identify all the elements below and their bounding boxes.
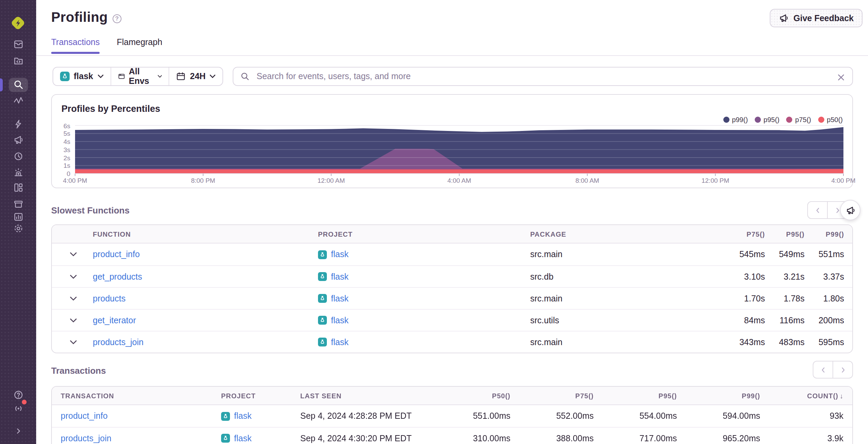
alerts-siren-icon[interactable] (0, 167, 36, 178)
col-package: PACKAGE (530, 230, 725, 238)
y-axis-tick: 6s (63, 122, 70, 129)
project-cell: flask (318, 315, 530, 325)
legend-item[interactable]: p50() (818, 116, 843, 123)
expand-row-chevron-icon[interactable] (52, 339, 93, 345)
project-link[interactable]: flask (331, 250, 348, 259)
table-row: products_join flask Sep 4, 2024 4:30:20 … (52, 427, 852, 444)
y-axis-tick: 2s (63, 154, 70, 161)
project-cell: flask (221, 433, 300, 443)
feedback-megaphone-icon[interactable] (0, 134, 36, 145)
legend-item[interactable]: p95() (755, 116, 780, 123)
p95-value: 116ms (765, 315, 805, 325)
lightning-icon[interactable] (0, 118, 36, 129)
expand-row-chevron-icon[interactable] (52, 296, 93, 301)
p99-value: 594.00ms (677, 411, 760, 421)
environment-filter[interactable]: All Envs (110, 68, 169, 85)
sentry-logo-icon[interactable] (10, 14, 26, 35)
tab-flamegraph[interactable]: Flamegraph (117, 38, 162, 54)
p50-value: 310.00ms (435, 433, 510, 443)
performance-zigzag-icon[interactable] (0, 95, 36, 106)
function-link[interactable]: product_info (93, 250, 140, 259)
project-link[interactable]: flask (331, 272, 348, 281)
y-axis-tick: 5s (63, 131, 70, 137)
slowest-functions-table-header: FUNCTION PROJECT PACKAGE P75() P95() P99… (52, 225, 852, 243)
expand-row-chevron-icon[interactable] (52, 317, 93, 323)
p99-value: 595ms (805, 337, 844, 347)
legend-item[interactable]: p99() (723, 116, 748, 123)
table-row: get_products flask src.db 3.10s 3.21s 3.… (52, 265, 852, 287)
col-count-sort[interactable]: COUNT()↓ (760, 392, 843, 399)
title-help-icon[interactable]: ? (113, 14, 121, 23)
p95-value: 483ms (765, 337, 805, 347)
prev-page-button[interactable] (813, 361, 833, 379)
package-cell: src.db (530, 272, 725, 281)
project-filter[interactable]: flask (53, 68, 110, 85)
transaction-link[interactable]: products_join (61, 433, 112, 443)
p95-value: 549ms (765, 250, 805, 259)
prev-page-button[interactable] (807, 201, 828, 219)
releases-archive-icon[interactable] (0, 198, 36, 209)
p75-value: 552.00ms (510, 411, 594, 421)
help-icon[interactable] (0, 389, 36, 400)
x-axis-tick: 12:00 AM (318, 177, 345, 184)
expand-row-chevron-icon[interactable] (52, 252, 93, 257)
project-link[interactable]: flask (234, 433, 251, 443)
legend-label: p99() (732, 116, 748, 123)
transactions-pagination (813, 361, 853, 379)
function-link[interactable]: products_join (93, 337, 144, 347)
col-p75: P75() (510, 392, 594, 399)
package-cell: src.main (530, 337, 725, 347)
date-range-filter[interactable]: 24H (169, 68, 223, 85)
sort-descending-icon: ↓ (840, 392, 843, 399)
issues-icon[interactable] (0, 39, 36, 50)
search-input[interactable] (255, 71, 833, 82)
function-link[interactable]: get_iterator (93, 315, 136, 325)
col-p50: P50() (435, 392, 510, 399)
last-seen-cell: Sep 4, 2024 4:30:20 PM EDT (300, 433, 435, 443)
function-link[interactable]: products (93, 294, 126, 303)
percentiles-area-chart[interactable] (75, 125, 843, 174)
function-link[interactable]: get_products (93, 272, 142, 281)
chevron-down-icon (97, 74, 103, 78)
whats-new-broadcast-icon[interactable] (0, 403, 36, 414)
clear-search-icon[interactable] (836, 72, 846, 82)
floating-feedback-button[interactable] (840, 200, 860, 220)
col-function: FUNCTION (93, 230, 318, 238)
explore-search-icon[interactable] (0, 79, 36, 90)
settings-gear-icon[interactable] (0, 223, 36, 234)
project-link[interactable]: flask (331, 294, 348, 303)
legend-item[interactable]: p75() (786, 116, 811, 123)
col-p99: P99() (805, 230, 844, 238)
project-cell: flask (318, 272, 530, 281)
x-axis-tick: 4:00 PM (831, 177, 856, 184)
x-axis-tick: 4:00 PM (63, 177, 87, 184)
x-axis-tick: 8:00 PM (191, 177, 215, 184)
tab-transactions[interactable]: Transactions (51, 38, 100, 54)
table-row: product_info flask Sep 4, 2024 4:28:28 P… (52, 405, 852, 427)
transaction-link[interactable]: product_info (61, 411, 108, 421)
package-cell: src.main (530, 294, 725, 303)
expand-row-chevron-icon[interactable] (52, 274, 93, 279)
project-link[interactable]: flask (331, 337, 348, 347)
col-last-seen: LAST SEEN (300, 392, 435, 399)
megaphone-icon (779, 13, 789, 23)
next-page-button[interactable] (833, 361, 853, 379)
p95-value: 3.21s (765, 272, 805, 281)
project-link[interactable]: flask (234, 411, 251, 421)
profiles-chart-panel: Profiles by Percentiles p99()p95()p75()p… (51, 94, 853, 188)
give-feedback-button[interactable]: Give Feedback (770, 9, 863, 27)
x-axis-tick: 4:00 AM (447, 177, 471, 184)
projects-folder-icon[interactable] (0, 55, 36, 66)
dashboards-grid-icon[interactable] (0, 182, 36, 193)
chart-x-axis: 4:00 PM8:00 PM12:00 AM4:00 AM8:00 AM12:0… (75, 177, 843, 185)
replays-clock-icon[interactable] (0, 151, 36, 162)
date-range-filter-value: 24H (190, 72, 206, 81)
p99-value: 200ms (805, 315, 844, 325)
search-icon (240, 72, 250, 81)
stats-chart-icon[interactable] (0, 211, 36, 222)
megaphone-icon (845, 205, 855, 215)
legend-dot-icon (818, 117, 824, 123)
sidebar-collapse-chevron-icon[interactable] (0, 425, 36, 436)
project-link[interactable]: flask (331, 315, 348, 325)
p95-value: 554.00ms (594, 411, 677, 421)
